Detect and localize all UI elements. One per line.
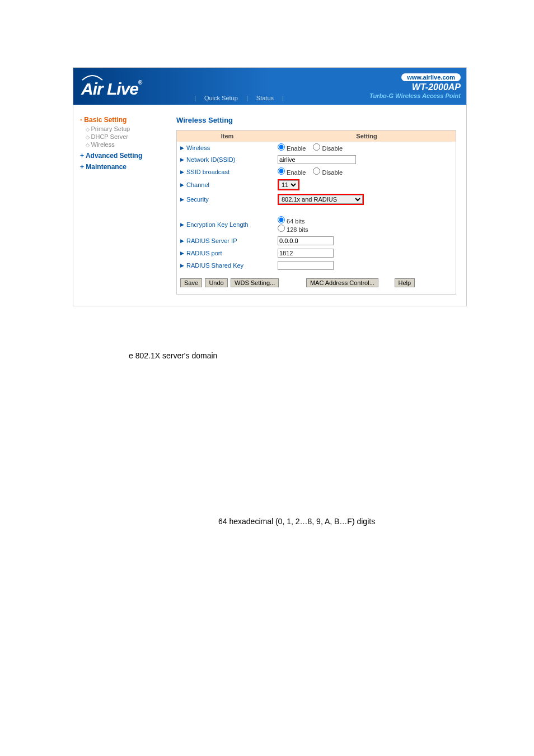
arrow-icon: ▶ — [180, 169, 184, 175]
label-security: Security — [186, 196, 209, 203]
label-channel: Channel — [186, 181, 209, 188]
button-row: Save Undo WDS Setting... MAC Address Con… — [177, 272, 456, 294]
arrow-icon: ▶ — [180, 157, 184, 162]
table-header: Item Setting — [177, 130, 456, 142]
nav-quick-setup[interactable]: Quick Setup — [204, 95, 238, 101]
th-setting: Setting — [278, 130, 456, 142]
router-config-window: Air Live® | Quick Setup | Status | www.a… — [73, 67, 467, 306]
row-channel: ▶Channel 11 — [177, 178, 456, 192]
broadcast-disable-radio[interactable]: Disable — [313, 169, 343, 176]
label-keylen: Encryption Key Length — [186, 221, 249, 228]
arrow-icon: ▶ — [180, 238, 184, 244]
logo-text: Air Live — [81, 80, 138, 98]
row-broadcast: ▶SSID broadcast Enable Disable — [177, 166, 456, 178]
arrow-icon: ▶ — [180, 222, 184, 227]
row-security: ▶Security 802.1x and RADIUS — [177, 192, 456, 207]
keylen-128-radio[interactable]: 128 bits — [278, 226, 308, 233]
ssid-input[interactable] — [278, 155, 356, 164]
sidebar-maintenance[interactable]: + Maintenance — [80, 163, 161, 171]
logo: Air Live® — [81, 73, 142, 99]
row-radius-key: ▶RADIUS Shared Key — [177, 259, 456, 272]
model-label: WT-2000AP — [369, 82, 461, 92]
arrow-icon: ▶ — [180, 250, 184, 256]
arrow-icon: ▶ — [180, 263, 184, 268]
extra-text-2: 64 hexadecimal (0, 1, 2…8, 9, A, B…F) di… — [218, 517, 467, 526]
arrow-icon: ▶ — [180, 145, 184, 151]
sidebar-item-primary-setup[interactable]: Primary Setup — [86, 125, 161, 133]
main-content: Wireless Setting Item Setting ▶Wireless … — [167, 105, 466, 306]
nav-status[interactable]: Status — [256, 95, 274, 101]
save-button[interactable]: Save — [180, 278, 202, 287]
sidebar-item-wireless[interactable]: Wireless — [86, 141, 161, 148]
sidebar-advanced-setting[interactable]: + Advanced Setting — [80, 152, 161, 160]
registered-icon: ® — [138, 80, 142, 86]
arrow-icon: ▶ — [180, 197, 184, 202]
row-keylen: ▶Encryption Key Length 64 bits 128 bits — [177, 214, 456, 235]
url-badge[interactable]: www.airlive.com — [401, 73, 461, 81]
keylen-64-radio[interactable]: 64 bits — [278, 218, 305, 225]
broadcast-enable-radio[interactable]: Enable — [278, 169, 306, 176]
header: Air Live® | Quick Setup | Status | www.a… — [73, 68, 466, 105]
label-ssid: Network ID(SSID) — [186, 156, 235, 163]
label-wireless: Wireless — [186, 144, 210, 151]
wds-button[interactable]: WDS Setting... — [231, 278, 279, 287]
wireless-disable-radio[interactable]: Disable — [313, 145, 343, 152]
radius-key-input[interactable] — [278, 261, 334, 270]
arrow-icon: ▶ — [180, 182, 184, 188]
th-item: Item — [177, 130, 278, 142]
top-nav: | Quick Setup | Status | — [191, 95, 287, 101]
label-radius-ip: RADIUS Server IP — [186, 237, 237, 244]
label-radius-port: RADIUS port — [186, 250, 222, 256]
extra-text-1: e 802.1X server's domain — [129, 351, 467, 360]
radius-port-input[interactable] — [278, 249, 334, 258]
row-radius-port: ▶RADIUS port — [177, 247, 456, 259]
label-broadcast: SSID broadcast — [186, 169, 229, 175]
tagline: Turbo-G Wireless Access Point — [369, 92, 461, 99]
row-radius-ip: ▶RADIUS Server IP — [177, 235, 456, 247]
row-ssid: ▶Network ID(SSID) — [177, 153, 456, 166]
sidebar: - Basic Setting Primary Setup DHCP Serve… — [73, 105, 167, 306]
channel-select[interactable]: 11 — [279, 180, 298, 189]
page-title: Wireless Setting — [176, 116, 457, 124]
wireless-enable-radio[interactable]: Enable — [278, 145, 306, 152]
security-select[interactable]: 802.1x and RADIUS — [279, 195, 363, 204]
sidebar-basic-setting[interactable]: - Basic Setting — [80, 116, 161, 124]
sidebar-item-dhcp-server[interactable]: DHCP Server — [86, 133, 161, 141]
label-radius-key: RADIUS Shared Key — [186, 262, 243, 269]
row-wireless: ▶Wireless Enable Disable — [177, 142, 456, 153]
settings-table: Item Setting ▶Wireless Enable Disable ▶N… — [176, 130, 456, 295]
radius-ip-input[interactable] — [278, 236, 334, 245]
help-button[interactable]: Help — [395, 278, 415, 287]
mac-button[interactable]: MAC Address Control... — [306, 278, 378, 287]
undo-button[interactable]: Undo — [205, 278, 227, 287]
